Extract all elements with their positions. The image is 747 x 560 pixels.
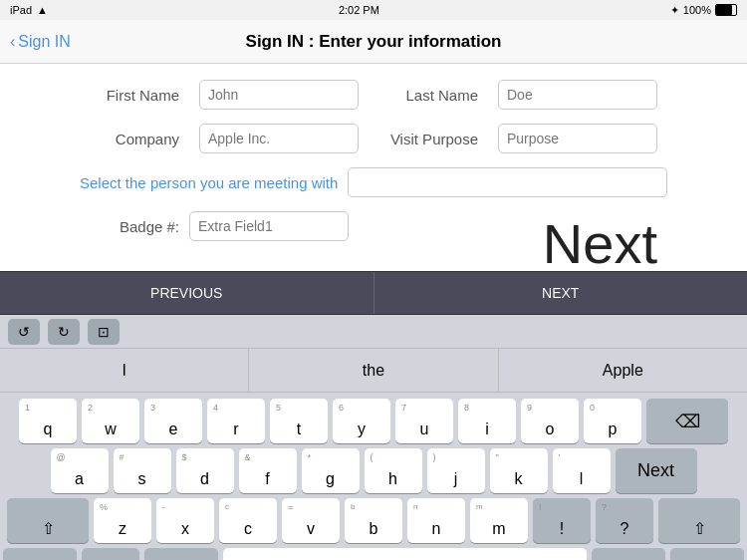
visitpurpose-input[interactable] [498,124,657,153]
firstname-label: First Name [80,87,179,104]
previous-button[interactable]: PREVIOUS [0,272,374,314]
key-e[interactable]: 3e [144,399,202,443]
globe-key[interactable]: 🌐 [82,548,139,560]
key-a[interactable]: @a [51,448,109,493]
nav-bar: ‹ Sign IN Sign IN : Enter your informati… [0,20,747,64]
keyboard-hide-key[interactable]: ⌨ [670,548,744,560]
wifi-icon: ▲ [37,4,48,16]
lastname-input[interactable] [498,80,657,110]
space-key[interactable]: space [223,548,587,560]
badge-label: Badge #: [80,218,179,235]
key-v[interactable]: =v [282,498,340,543]
key-g[interactable]: *g [302,448,360,493]
key-l[interactable]: 'l [553,448,611,493]
edit-bar: ↺ ↻ ⊡ [0,315,747,349]
key-c[interactable]: cc [219,498,277,543]
key-t[interactable]: 5t [270,399,328,443]
next-large-text: Next [543,211,657,276]
key-q[interactable]: 1q [19,399,77,443]
key-s[interactable]: #s [114,448,171,493]
key-b[interactable]: bb [345,498,402,543]
bluetooth-icon: ✦ [670,4,679,17]
suggestions-bar: I the Apple [0,349,747,393]
nav-title: Sign IN : Enter your information [246,32,502,52]
key-z[interactable]: %z [94,498,151,543]
company-group: Company [80,124,359,153]
key-row-1: 1q 2w 3e 4r 5t 6y 7u 8i 9o 0p ⌫ [3,399,744,443]
key-row-3: ⇧ %z -x cc =v bb nn mm !! ?? ⇧ [3,498,744,543]
keyboard-toolbar: PREVIOUS NEXT [0,271,747,315]
shift-right-key[interactable]: ⇧ [658,498,740,543]
key-row-4: 123 🌐 🎤 space 123 ⌨ [3,548,744,560]
visitpurpose-group: Visit Purpose [378,124,657,153]
key-u[interactable]: 7u [395,399,453,443]
select-person-input[interactable] [348,167,667,197]
key-m[interactable]: mm [470,498,528,543]
form-row-2: Company Visit Purpose [80,124,667,153]
paste-button[interactable]: ⊡ [88,319,120,345]
key-w[interactable]: 2w [82,399,139,443]
punctuation-question[interactable]: ?? [596,498,653,543]
key-p[interactable]: 0p [584,399,641,443]
suggestion-i[interactable]: I [0,349,249,392]
form-area-wrapper: First Name Last Name Company Visit Purpo… [0,64,747,271]
key-o[interactable]: 9o [521,399,579,443]
redo-button[interactable]: ↻ [48,319,80,345]
key-j[interactable]: )j [427,448,485,493]
mic-key[interactable]: 🎤 [144,548,218,560]
firstname-group: First Name [80,80,359,110]
form-row-3: Select the person you are meeting with [80,167,667,197]
key-k[interactable]: "k [490,448,548,493]
key-y[interactable]: 6y [333,399,390,443]
back-label: Sign IN [18,33,70,51]
key-n[interactable]: nn [407,498,465,543]
battery-label: 100% [683,4,711,16]
badge-input[interactable] [189,211,349,241]
company-label: Company [80,131,179,147]
lastname-group: Last Name [378,80,657,110]
next-button[interactable]: NEXT [374,272,748,314]
key-r[interactable]: 4r [207,399,265,443]
status-left: iPad ▲ [10,4,48,16]
lastname-label: Last Name [378,87,478,104]
undo-button[interactable]: ↺ [8,319,40,345]
numbers-key[interactable]: 123 [3,548,77,560]
status-bar: iPad ▲ 2:02 PM ✦ 100% [0,0,747,20]
return-key[interactable]: Next [616,448,697,493]
key-row-2: @a #s $d &f *g (h )j "k 'l Next [3,448,744,493]
status-time: 2:02 PM [339,4,379,16]
punctuation-exclaim[interactable]: !! [533,498,591,543]
battery-icon [715,4,737,16]
suggestion-the[interactable]: the [249,349,498,392]
numbers-right-key[interactable]: 123 [592,548,665,560]
form-row-1: First Name Last Name [80,80,667,110]
shift-key[interactable]: ⇧ [7,498,89,543]
firstname-input[interactable] [199,80,359,110]
back-button[interactable]: ‹ Sign IN [10,33,71,51]
key-h[interactable]: (h [365,448,422,493]
key-d[interactable]: $d [176,448,234,493]
company-input[interactable] [199,124,359,153]
visitpurpose-label: Visit Purpose [378,131,478,147]
delete-key[interactable]: ⌫ [646,399,728,443]
key-i[interactable]: 8i [458,399,516,443]
select-person-label: Select the person you are meeting with [80,174,338,191]
key-f[interactable]: &f [239,448,297,493]
chevron-left-icon: ‹ [10,33,15,51]
key-x[interactable]: -x [156,498,214,543]
status-right: ✦ 100% [670,4,737,17]
device-label: iPad [10,4,32,16]
keyboard: 1q 2w 3e 4r 5t 6y 7u 8i 9o 0p ⌫ @a #s $d… [0,393,747,560]
suggestion-apple[interactable]: Apple [499,349,747,392]
